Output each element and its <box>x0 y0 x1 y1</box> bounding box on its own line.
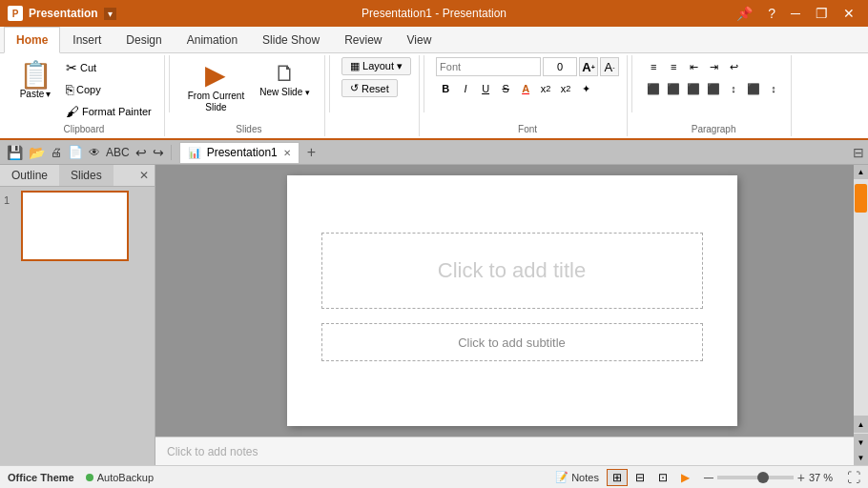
notes-area[interactable]: Click to add notes <box>155 437 868 465</box>
clear-format-button[interactable]: ✦ <box>576 79 595 98</box>
zoom-in-btn[interactable]: + <box>797 470 805 485</box>
decrease-indent-button[interactable]: ⇤ <box>684 57 703 76</box>
tab-close-btn[interactable]: ✕ <box>283 148 291 158</box>
scroll-up-btn[interactable]: ▲ <box>854 165 868 179</box>
ribbon-tabs: Home Insert Design Animation Slide Show … <box>0 27 868 53</box>
slide-canvas[interactable]: Click to add title Click to add subtitle <box>287 175 737 426</box>
slide-sorter-btn[interactable]: ⊟ <box>630 469 651 486</box>
layout-icon: ▦ <box>350 60 360 72</box>
reset-button[interactable]: ↺ Reset <box>341 79 398 97</box>
scroll-track[interactable] <box>854 179 868 416</box>
numbered-list-button[interactable]: ≡ <box>664 57 683 76</box>
slides-group: ▶ From CurrentSlide 🗋 New Slide ▾ Slides <box>174 55 325 136</box>
slide-subtitle-box[interactable]: Click to add subtitle <box>321 323 703 361</box>
document-tab[interactable]: 📊 Presentation1 ✕ <box>179 142 300 163</box>
font-name-input[interactable] <box>436 57 541 76</box>
slide-thumbnail-1[interactable] <box>21 191 129 261</box>
add-tab-btn[interactable]: + <box>300 144 323 161</box>
strikethrough-button[interactable]: S <box>496 79 515 98</box>
zoom-slider[interactable] <box>717 476 794 479</box>
restore-btn[interactable]: ❐ <box>810 4 834 23</box>
qa-redo[interactable]: ↪ <box>150 144 167 161</box>
qa-save[interactable]: 💾 <box>4 144 26 161</box>
from-current-slide-button[interactable]: ▶ From CurrentSlide <box>181 57 251 118</box>
tab-home[interactable]: Home <box>4 27 60 53</box>
reading-view-btn[interactable]: ⊡ <box>652 469 673 486</box>
quick-access-bar: 💾 📂 🖨 📄 👁 ABC ↩ ↪ 📊 Presentation1 ✕ + ⊟ <box>0 140 868 165</box>
outline-tab[interactable]: Outline <box>0 165 59 186</box>
underline-button[interactable]: U <box>476 79 495 98</box>
from-current-slide-label: From CurrentSlide <box>188 91 244 113</box>
panel-close-btn[interactable]: ✕ <box>134 165 155 186</box>
columns-button[interactable]: ⬛ <box>744 79 763 98</box>
doc-icon: 📊 <box>188 147 201 159</box>
justify-button[interactable]: ⬛ <box>704 79 723 98</box>
fit-slide-btn[interactable]: ⛶ <box>847 470 860 485</box>
scroll-down-btn[interactable]: ▼ <box>854 451 868 465</box>
help-btn[interactable]: ? <box>762 4 781 23</box>
paste-button[interactable]: 📋 Paste ▾ <box>11 57 59 104</box>
notes-icon: 📝 <box>555 471 568 483</box>
format-painter-button[interactable]: 🖌 Format Painter <box>61 101 156 122</box>
slide-title-box[interactable]: Click to add title <box>321 233 703 309</box>
separator-4 <box>631 55 632 112</box>
bullet-list-button[interactable]: ≡ <box>644 57 663 76</box>
slideshow-view-btn[interactable]: ▶ <box>675 469 696 486</box>
zoom-out-btn[interactable]: ─ <box>704 470 713 485</box>
minimize-btn[interactable]: ─ <box>785 4 806 23</box>
qa-undo[interactable]: ↩ <box>133 144 150 161</box>
app-name: Presentation <box>29 7 98 20</box>
slide-area: Click to add title Click to add subtitle… <box>155 165 868 465</box>
close-btn[interactable]: ✕ <box>837 4 860 23</box>
scroll-bar: ▲ ▲ ▼ ▼ <box>854 165 868 465</box>
cut-button[interactable]: ✂ Cut <box>61 57 156 78</box>
align-center-button[interactable]: ⬛ <box>664 79 683 98</box>
qa-spell[interactable]: ABC <box>103 145 133 160</box>
font-inc-button[interactable]: A+ <box>579 57 598 76</box>
manage-windows-btn[interactable]: ⊟ <box>853 145 864 160</box>
increase-indent-button[interactable]: ⇥ <box>704 57 723 76</box>
normal-view-btn[interactable]: ⊞ <box>607 469 628 486</box>
tab-view[interactable]: View <box>395 27 444 52</box>
app-dropdown-btn[interactable]: ▾ <box>104 8 116 20</box>
qa-print[interactable]: 🖨 <box>48 145 65 160</box>
copy-button[interactable]: ⎘ Copy <box>61 79 156 100</box>
qa-preview[interactable]: 👁 <box>86 145 103 160</box>
line-spacing-button[interactable]: ↕ <box>724 79 743 98</box>
qa-new[interactable]: 📄 <box>65 144 86 160</box>
notes-status-btn[interactable]: 📝 Notes <box>555 471 599 483</box>
tab-animation[interactable]: Animation <box>175 27 250 52</box>
align-left-button[interactable]: ⬛ <box>644 79 663 98</box>
layout-button[interactable]: ▦ Layout ▾ <box>341 57 411 75</box>
new-slide-button[interactable]: 🗋 New Slide ▾ <box>253 57 317 102</box>
slides-tab[interactable]: Slides <box>59 165 114 186</box>
tab-design[interactable]: Design <box>114 27 174 52</box>
font-size-input[interactable] <box>543 57 577 76</box>
clipboard-content: 📋 Paste ▾ ✂ Cut ⎘ Copy 🖌 Format Painter <box>11 57 156 122</box>
italic-button[interactable]: I <box>456 79 475 98</box>
align-right-button[interactable]: ⬛ <box>684 79 703 98</box>
paragraph-group: ≡ ≡ ⇤ ⇥ ↩ ⬛ ⬛ ⬛ ⬛ ↕ ⬛ ↕ Paragraph <box>636 55 792 136</box>
tab-slideshow[interactable]: Slide Show <box>250 27 332 52</box>
font-dec-button[interactable]: A- <box>600 57 619 76</box>
font-group: A+ A- B I U S A x2 x2 ✦ Font <box>428 55 628 136</box>
bold-button[interactable]: B <box>436 79 455 98</box>
superscript-button[interactable]: x2 <box>536 79 555 98</box>
qa-open[interactable]: 📂 <box>26 144 48 161</box>
separator-2 <box>329 55 330 112</box>
tab-insert[interactable]: Insert <box>60 27 114 52</box>
scroll-page-down-btn[interactable]: ▼ <box>854 434 868 451</box>
scroll-page-up-btn[interactable]: ▲ <box>854 416 868 433</box>
rtl-button[interactable]: ↩ <box>724 57 743 76</box>
list-row: ≡ ≡ ⇤ ⇥ ↩ <box>644 57 743 76</box>
tab-review[interactable]: Review <box>332 27 394 52</box>
layout-group: ▦ Layout ▾ ↺ Reset <box>334 55 420 136</box>
text-dir-button[interactable]: ↕ <box>764 79 783 98</box>
subscript-button[interactable]: x2 <box>556 79 575 98</box>
reset-icon: ↺ <box>350 82 359 94</box>
slide-subtitle-text: Click to add subtitle <box>458 336 566 350</box>
clipboard-secondary: ✂ Cut ⎘ Copy 🖌 Format Painter <box>61 57 156 122</box>
pin-btn[interactable]: 📌 <box>731 4 758 23</box>
panel-tabs: Outline Slides ✕ <box>0 165 155 187</box>
font-color-button[interactable]: A <box>516 79 535 98</box>
